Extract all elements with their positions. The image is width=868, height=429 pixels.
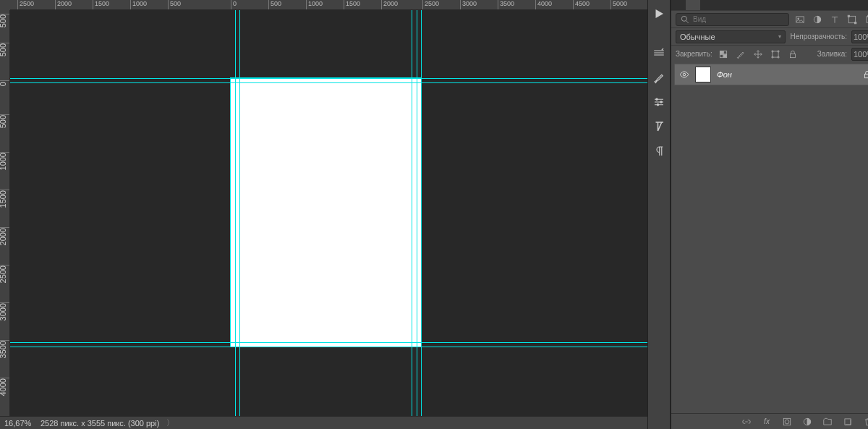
svg-rect-8 <box>848 15 849 17</box>
lock-move-icon[interactable] <box>752 48 765 61</box>
vruler-tick: 500 <box>0 43 10 59</box>
trash-icon[interactable] <box>861 415 868 428</box>
vruler-tick: 4000 <box>0 378 10 398</box>
lock-brush-icon[interactable] <box>734 48 747 61</box>
guide-vertical[interactable] <box>412 10 412 416</box>
play-icon[interactable] <box>650 4 668 23</box>
svg-point-1 <box>660 101 662 103</box>
svg-rect-13 <box>723 51 726 54</box>
lock-all-icon[interactable] <box>786 48 799 61</box>
guide-horizontal[interactable] <box>10 342 647 343</box>
hruler-tick: 500 <box>168 0 181 10</box>
mask2-icon[interactable] <box>780 415 793 428</box>
guide-horizontal[interactable] <box>10 82 647 83</box>
vruler-tick: 3500 <box>0 340 10 360</box>
guide-vertical[interactable] <box>239 10 240 416</box>
search-icon <box>680 14 690 25</box>
hruler-tick: 1000 <box>130 0 147 10</box>
vruler-tick: 3000 <box>0 302 10 323</box>
hruler-tick: 4500 <box>573 0 590 10</box>
artboard[interactable] <box>231 78 421 347</box>
svg-rect-15 <box>723 54 726 57</box>
adjust-icon[interactable] <box>650 93 668 111</box>
canvas-viewport[interactable] <box>10 10 647 416</box>
document-info[interactable]: 2528 пикс. x 3555 пикс. (300 ppi) <box>41 419 159 428</box>
lock-pixels-icon[interactable] <box>717 48 730 61</box>
filter-type-icon[interactable] <box>828 13 841 26</box>
group-icon[interactable] <box>821 415 834 428</box>
filter-adjustment-icon[interactable] <box>811 13 824 26</box>
layer-filter-input[interactable] <box>693 15 785 23</box>
vruler-tick: 500 <box>0 14 10 30</box>
guide-vertical[interactable] <box>235 10 236 416</box>
tab-0[interactable] <box>671 0 686 10</box>
svg-rect-19 <box>865 74 869 77</box>
svg-point-3 <box>681 16 686 21</box>
hruler-tick: 2000 <box>381 0 398 10</box>
hruler-tick: 2500 <box>422 0 439 10</box>
lock-icon[interactable] <box>862 69 868 80</box>
svg-point-18 <box>683 73 686 76</box>
svg-rect-14 <box>720 54 723 57</box>
fill-label: Заливка: <box>817 50 847 58</box>
eye-icon[interactable] <box>679 69 689 80</box>
vruler-tick: 2000 <box>0 227 10 247</box>
filter-shape-icon[interactable] <box>846 13 859 26</box>
hruler-tick: 3000 <box>460 0 477 10</box>
vruler-tick: 0 <box>0 80 10 88</box>
type-icon[interactable] <box>650 117 668 136</box>
zoom-level[interactable]: 16,67% <box>4 419 33 428</box>
svg-rect-9 <box>855 22 856 23</box>
vruler-tick: 1000 <box>0 152 10 172</box>
hruler-tick: 4000 <box>535 0 552 10</box>
fill-input[interactable]: 100% <box>851 48 868 61</box>
layer-name[interactable]: Фон <box>717 70 856 79</box>
brush-icon[interactable] <box>650 68 668 87</box>
ruler-corner[interactable] <box>0 0 10 10</box>
opacity-input[interactable]: 100% <box>851 30 868 43</box>
vruler-tick: 2500 <box>0 265 10 285</box>
layers-footer: fx <box>671 413 868 429</box>
tab-2[interactable] <box>700 0 715 10</box>
blend-mode-select[interactable]: Обычные ▾ <box>676 30 786 43</box>
tool-strip <box>647 0 671 429</box>
horizontal-ruler[interactable]: 2500200015001000500050010001500200025003… <box>10 0 647 10</box>
lock-artboard-icon[interactable] <box>769 48 782 61</box>
brush-options-icon[interactable] <box>650 43 668 62</box>
link-icon[interactable] <box>740 415 753 428</box>
paragraph-icon[interactable] <box>650 142 668 161</box>
svg-point-0 <box>656 98 658 100</box>
guide-vertical[interactable] <box>421 10 422 416</box>
opacity-label: Непрозрачность: <box>790 33 847 41</box>
hruler-tick: 3500 <box>498 0 514 10</box>
layers-empty-area[interactable] <box>671 87 868 413</box>
fx-icon[interactable]: fx <box>760 415 773 428</box>
chevron-down-icon: ▾ <box>778 31 781 43</box>
guide-vertical[interactable] <box>417 10 417 416</box>
status-bar: 16,67% 2528 пикс. x 3555 пикс. (300 ppi)… <box>0 416 647 429</box>
layer-row[interactable]: Фон <box>674 64 868 85</box>
guide-horizontal[interactable] <box>10 78 647 79</box>
blend-row: Обычные ▾ Непрозрачность: 100% <box>671 27 868 45</box>
layer-filter-select[interactable] <box>676 13 789 26</box>
hruler-tick: 1000 <box>306 0 323 10</box>
svg-rect-16 <box>773 51 778 56</box>
hruler-tick: 1500 <box>344 0 360 10</box>
hruler-tick: 2000 <box>55 0 72 10</box>
svg-rect-12 <box>720 51 723 54</box>
hruler-tick: 0 <box>231 0 237 10</box>
tab-1[interactable] <box>686 0 700 10</box>
vruler-tick: 1500 <box>0 190 10 210</box>
layer-search-row <box>671 10 868 27</box>
hruler-tick: 2500 <box>17 0 34 10</box>
guide-horizontal[interactable] <box>10 347 647 347</box>
hruler-tick: 1500 <box>93 0 109 10</box>
layer-thumbnail[interactable] <box>695 67 711 82</box>
new-icon[interactable] <box>841 415 854 428</box>
vertical-ruler[interactable]: 50050005001000150020002500300035004000 <box>0 10 10 416</box>
filter-smart-icon[interactable] <box>863 13 868 26</box>
svg-rect-17 <box>790 54 795 57</box>
chevron-right-icon[interactable]: 〉 <box>166 417 174 428</box>
filter-image-icon[interactable] <box>793 13 807 26</box>
adjustment-icon[interactable] <box>801 415 814 428</box>
